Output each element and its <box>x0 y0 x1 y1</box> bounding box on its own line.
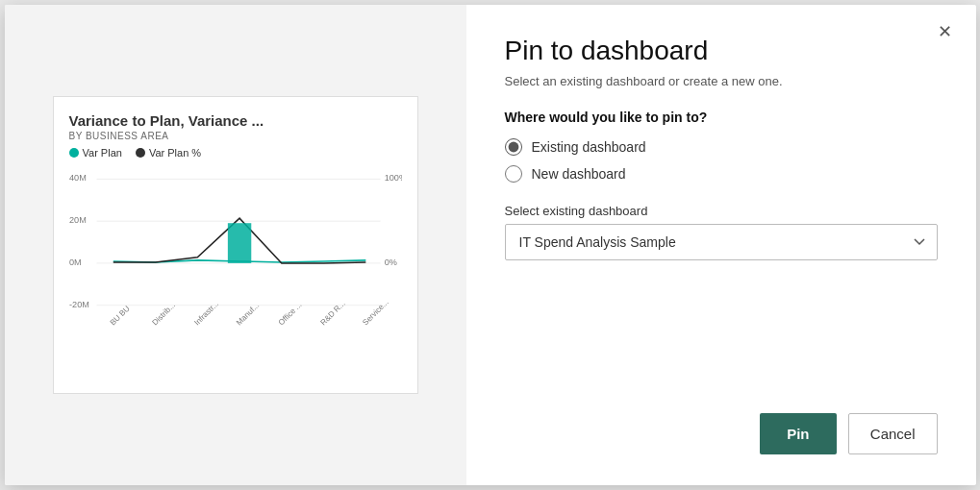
dropdown-label: Select existing dashboard <box>505 204 938 218</box>
chart-title: Variance to Plan, Variance ... <box>69 112 402 129</box>
radio-group: Existing dashboard New dashboard <box>505 138 938 183</box>
svg-text:BU BU: BU BU <box>108 304 131 327</box>
svg-text:Office ...: Office ... <box>276 301 303 328</box>
svg-text:Manuf...: Manuf... <box>235 301 261 327</box>
svg-text:R&D R...: R&D R... <box>318 299 346 327</box>
svg-text:Service...: Service... <box>361 298 389 327</box>
legend-dot-var-plan <box>69 148 79 158</box>
legend-item-var-plan: Var Plan <box>69 147 122 159</box>
svg-text:Distrib...: Distrib... <box>150 301 176 327</box>
svg-text:20M: 20M <box>69 215 87 225</box>
legend-item-var-plan-pct: Var Plan % <box>136 147 201 159</box>
existing-dashboard-dropdown[interactable]: IT Spend Analysis Sample <box>505 224 938 260</box>
pin-panel: ✕ Pin to dashboard Select an existing da… <box>466 5 976 485</box>
modal-container: Variance to Plan, Variance ... BY BUSINE… <box>5 5 976 485</box>
legend-label-var-plan: Var Plan <box>83 147 122 159</box>
svg-rect-10 <box>227 223 250 263</box>
radio-new-dashboard[interactable]: New dashboard <box>505 165 938 183</box>
svg-text:100%: 100% <box>384 173 401 183</box>
chart-card: Variance to Plan, Variance ... BY BUSINE… <box>53 96 418 394</box>
chart-legend: Var Plan Var Plan % <box>69 147 402 159</box>
svg-text:0M: 0M <box>69 257 82 267</box>
chart-preview-panel: Variance to Plan, Variance ... BY BUSINE… <box>5 5 466 485</box>
close-button[interactable]: ✕ <box>932 18 959 45</box>
legend-label-var-plan-pct: Var Plan % <box>149 147 201 159</box>
chart-subtitle: BY BUSINESS AREA <box>69 131 402 141</box>
legend-dot-var-plan-pct <box>136 148 145 158</box>
radio-existing-input[interactable] <box>505 138 522 156</box>
button-row: Pin Cancel <box>505 413 938 454</box>
chart-svg-area: 40M 20M 0M -20M 100% 0% <box>69 166 402 368</box>
radio-existing-label: Existing dashboard <box>532 139 646 155</box>
svg-text:-20M: -20M <box>69 300 89 309</box>
svg-text:Infrastr...: Infrastr... <box>192 300 220 328</box>
radio-new-label: New dashboard <box>532 166 626 182</box>
radio-existing-dashboard[interactable]: Existing dashboard <box>505 138 938 156</box>
radio-new-input[interactable] <box>505 165 522 183</box>
cancel-button[interactable]: Cancel <box>848 413 938 454</box>
panel-subtitle: Select an existing dashboard or create a… <box>505 74 938 88</box>
where-label: Where would you like to pin to? <box>505 110 938 125</box>
svg-text:40M: 40M <box>69 173 87 183</box>
svg-text:0%: 0% <box>384 257 396 267</box>
panel-title: Pin to dashboard <box>505 36 938 66</box>
pin-button[interactable]: Pin <box>760 413 837 454</box>
